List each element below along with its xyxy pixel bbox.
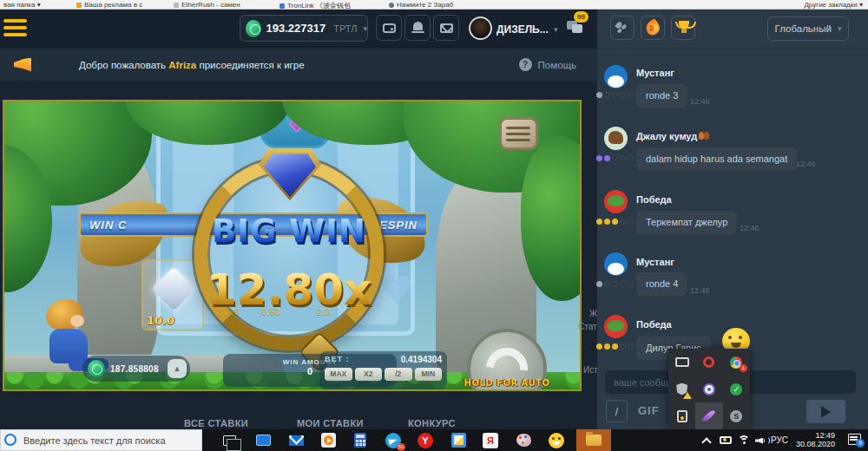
avatar[interactable] — [604, 190, 628, 213]
favicon — [279, 3, 285, 9]
announcement-bar: Добро пожаловать Afriza присоединяется к… — [0, 49, 597, 81]
chat-time: 12:46 — [690, 97, 710, 106]
balance-selector[interactable]: 193.227317 ТРТЛ ▾ — [240, 15, 368, 42]
notifications-button[interactable] — [404, 15, 431, 41]
chat-username[interactable]: Мустанг — [636, 68, 674, 78]
yandex-app-icon[interactable]: Y — [415, 430, 436, 450]
bookmarks-bar: вая папка ▾ Ваша реклама в с EtherRush -… — [0, 0, 868, 10]
tab-my-bets[interactable]: МОИ СТАВКИ — [297, 418, 364, 428]
tray-steam-icon[interactable]: S — [723, 402, 750, 429]
chat-username[interactable]: Мустанг — [636, 257, 674, 267]
tray-expand-chevron[interactable] — [696, 430, 717, 450]
tab-contest[interactable]: КОНКУРС — [408, 418, 456, 428]
notification-center-icon[interactable]: 9 — [848, 434, 861, 445]
avatar[interactable] — [604, 65, 628, 88]
tray-monitor-icon[interactable] — [668, 349, 695, 376]
photos-app-icon[interactable] — [448, 430, 469, 450]
gif-button[interactable]: GIF — [638, 404, 660, 417]
chevron-down-icon[interactable]: ▾ — [554, 25, 558, 34]
chat-time: 12:46 — [796, 160, 816, 168]
chat-message: dalam hidup harus ada semangat — [636, 147, 797, 171]
telegram-app-icon[interactable]: 51 — [383, 430, 404, 450]
folder-icon — [586, 435, 602, 446]
help-icon: ? — [519, 58, 532, 71]
computer-app-icon[interactable] — [253, 430, 273, 450]
clock[interactable]: 12:49 30.08.2020 — [796, 431, 835, 448]
bet-half-button[interactable]: /2 — [385, 368, 412, 381]
calculator-app-icon[interactable] — [350, 430, 371, 450]
device-tray-icon[interactable] — [715, 430, 736, 450]
username[interactable]: ДИЗЕЛЬ... — [496, 23, 549, 36]
fireball-icon — [643, 18, 662, 37]
favicon — [174, 3, 179, 8]
bet-min-button[interactable]: MIN — [415, 368, 443, 381]
bookmark-item[interactable]: EtherRush - самен — [174, 1, 240, 9]
chevron-down-icon: ▾ — [363, 24, 367, 33]
chevron-down-icon: ▾ — [838, 24, 842, 33]
medal-badges — [596, 92, 634, 98]
volume-icon[interactable] — [752, 430, 773, 450]
tray-feather-icon[interactable] — [695, 402, 722, 429]
file-explorer-active[interactable] — [576, 429, 611, 451]
tab-all-bets[interactable]: ВСЕ СТАВКИ — [184, 418, 248, 428]
other-bookmarks[interactable]: Другие закладки ▾ — [804, 1, 863, 9]
screen: вая папка ▾ Ваша реклама в с EtherRush -… — [0, 0, 868, 451]
bookmark-item[interactable]: TronLink 《波金钱包 — [279, 1, 351, 10]
reel-value: 10.0 — [147, 314, 174, 327]
bookmark-item[interactable]: Нажмите 2 Зараб — [389, 1, 453, 9]
tray-antivirus-icon[interactable]: ✓ — [723, 376, 750, 402]
bell-icon — [413, 22, 423, 30]
language-indicator[interactable]: РУС — [771, 435, 788, 445]
megaphone-icon — [14, 58, 31, 72]
medal-badges — [596, 281, 634, 287]
messages-button[interactable] — [433, 15, 459, 41]
tray-browser-icon[interactable]: 1 — [723, 349, 750, 376]
medal-badges — [596, 155, 634, 161]
task-view-button[interactable] — [219, 430, 240, 450]
chat-username[interactable]: Победа — [636, 194, 672, 205]
wallet-button[interactable] — [376, 15, 402, 41]
chat-username[interactable]: Победа — [636, 319, 672, 330]
tray-player-icon[interactable] — [695, 376, 722, 402]
mail-app-icon[interactable] — [286, 430, 306, 450]
medal-badges — [596, 343, 634, 350]
system-tray-popup: 1 ✓ S — [668, 349, 750, 429]
butterfly-emoji — [699, 132, 709, 140]
trophy-icon — [679, 21, 689, 29]
tray-opera-icon[interactable] — [695, 349, 722, 376]
tray-defender-icon[interactable] — [668, 376, 695, 402]
channel-selector[interactable]: Глобальный▾ — [767, 16, 849, 41]
bookmark-item[interactable]: Ваша реклама в с — [76, 1, 142, 9]
fireball-button[interactable] — [641, 16, 665, 40]
announcement-text: Добро пожаловать Afriza присоединяется к… — [79, 60, 305, 70]
contest-button[interactable] — [671, 16, 695, 40]
avatar[interactable] — [604, 315, 628, 338]
deposit-arrow-button[interactable]: ▲ — [168, 359, 187, 378]
bet-x2-button[interactable]: X2 — [355, 368, 383, 381]
avatar[interactable] — [604, 252, 628, 276]
slash-command-button[interactable]: / — [606, 400, 628, 422]
clipped-label: Стат — [578, 322, 597, 331]
yandex-browser-icon[interactable]: Я — [480, 430, 501, 450]
avatar[interactable] — [604, 127, 628, 150]
paint-app-icon[interactable] — [513, 430, 534, 450]
rain-button[interactable] — [610, 16, 635, 40]
chat-username[interactable]: Джалу кумуд — [636, 131, 697, 141]
tray-device-icon[interactable] — [668, 402, 695, 429]
hamburger-menu-icon[interactable] — [3, 19, 27, 40]
balance-value: 193.227317 — [266, 22, 326, 35]
chat-time: 12:46 — [740, 224, 760, 232]
send-button[interactable] — [806, 400, 845, 423]
chat-badge: 99 — [574, 11, 589, 23]
emoji-app-icon[interactable] — [546, 430, 567, 450]
video-app-icon[interactable] — [318, 430, 339, 450]
send-arrow-icon — [821, 406, 831, 418]
user-avatar[interactable] — [469, 16, 492, 40]
bet-max-button[interactable]: MAX — [325, 368, 352, 381]
help-button[interactable]: ? Помощь — [519, 58, 576, 71]
envelope-icon — [440, 23, 453, 33]
banner-left-text: WIN C — [89, 219, 127, 232]
taskbar-search-input[interactable] — [0, 429, 202, 451]
game-menu-button[interactable] — [499, 117, 538, 150]
bookmark-item[interactable]: вая папка ▾ — [3, 1, 41, 9]
